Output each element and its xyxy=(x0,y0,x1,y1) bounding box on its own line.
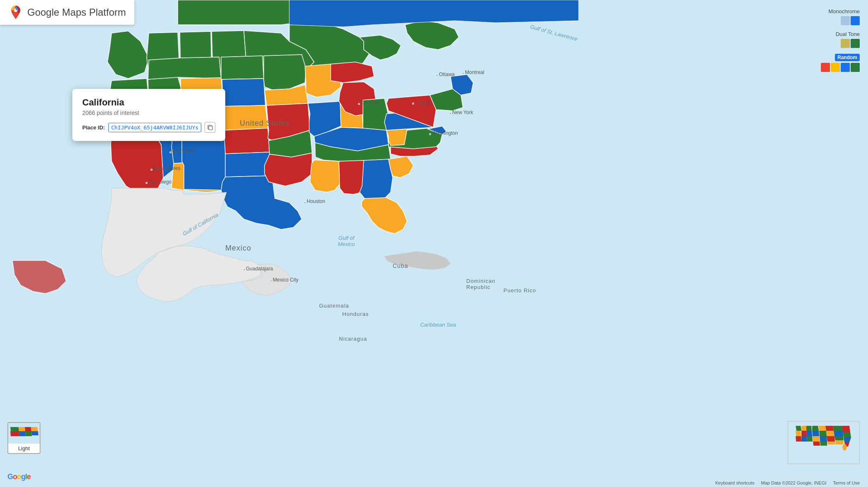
header-title: Google Maps Platform xyxy=(27,7,126,18)
svg-marker-81 xyxy=(826,431,835,436)
logo-letter-g2: g xyxy=(21,473,25,481)
swatch-mono-light xyxy=(841,16,850,25)
copy-place-id-button[interactable] xyxy=(205,122,215,133)
google-logo: Google xyxy=(7,473,31,481)
svg-marker-37 xyxy=(363,98,389,132)
svg-marker-64 xyxy=(801,426,807,431)
svg-marker-97 xyxy=(19,431,26,436)
header: Google Maps Platform xyxy=(0,0,134,25)
svg-marker-40 xyxy=(310,160,340,192)
svg-marker-73 xyxy=(812,431,819,436)
svg-marker-100 xyxy=(31,427,38,431)
svg-marker-87 xyxy=(835,440,844,444)
svg-marker-63 xyxy=(796,426,801,431)
popup-place-id-value[interactable]: ChIJPV4oX_65j4ARVW8IJ6IJUYs xyxy=(108,123,201,132)
svg-marker-22 xyxy=(222,79,265,106)
svg-marker-47 xyxy=(386,129,407,146)
style-preview-light xyxy=(8,423,41,444)
svg-marker-85 xyxy=(834,431,843,436)
svg-marker-82 xyxy=(827,436,835,442)
map-data-attribution: Map Data ©2022 Google, INEGI xyxy=(761,480,826,485)
svg-marker-67 xyxy=(801,431,807,436)
scheme-random[interactable]: Random xyxy=(821,54,860,72)
svg-marker-96 xyxy=(10,431,19,436)
svg-marker-24 xyxy=(224,128,269,154)
svg-marker-76 xyxy=(819,426,826,431)
svg-rect-61 xyxy=(209,126,212,130)
svg-marker-72 xyxy=(812,426,819,431)
city-dot-washington xyxy=(429,133,431,135)
google-maps-logo xyxy=(8,5,23,20)
swatch-random-blue xyxy=(841,63,850,72)
scheme-monochrome-swatches xyxy=(841,16,860,25)
svg-marker-42 xyxy=(360,159,393,202)
city-dot-guadalajara xyxy=(243,269,245,271)
svg-marker-71 xyxy=(807,436,813,442)
svg-marker-65 xyxy=(806,426,812,431)
svg-marker-21 xyxy=(221,56,264,79)
city-dot-newyork xyxy=(449,112,451,115)
svg-marker-23 xyxy=(223,105,268,130)
svg-marker-78 xyxy=(820,436,827,442)
popup-poi-count: 2066 points of interest xyxy=(82,110,215,116)
svg-marker-70 xyxy=(801,436,807,442)
scheme-dualtone[interactable]: Dual Tone xyxy=(821,31,860,48)
color-panel: Monochrome Dual Tone Random xyxy=(821,8,860,72)
svg-marker-69 xyxy=(796,436,801,442)
map-style-selector[interactable]: Light xyxy=(7,422,41,454)
svg-marker-101 xyxy=(31,431,38,435)
popup-place-id-row: Place ID: ChIJPV4oX_65j4ARVW8IJ6IJUYs xyxy=(82,122,215,133)
city-dot-mexicocity xyxy=(270,280,272,282)
style-option-light[interactable]: Light xyxy=(7,422,41,454)
map-svg xyxy=(0,0,868,487)
svg-marker-88 xyxy=(842,426,850,432)
style-label-light: Light xyxy=(8,444,40,453)
svg-marker-99 xyxy=(25,431,32,436)
svg-marker-9 xyxy=(178,0,298,25)
scheme-monochrome[interactable]: Monochrome xyxy=(821,8,860,25)
city-dot-lasvegas xyxy=(169,151,172,153)
logo-letter-o2: o xyxy=(17,473,21,481)
swatch-random-red xyxy=(821,63,830,72)
city-dot-montreal xyxy=(462,72,464,74)
svg-marker-95 xyxy=(19,427,25,431)
scheme-random-badge[interactable]: Random xyxy=(835,54,860,61)
swatch-mono-dark xyxy=(851,16,860,25)
keyboard-shortcuts-link[interactable]: Keyboard shortcuts xyxy=(715,480,755,485)
svg-marker-75 xyxy=(813,442,820,446)
scheme-monochrome-label: Monochrome xyxy=(828,8,860,14)
svg-marker-94 xyxy=(10,427,19,431)
scheme-random-swatches xyxy=(821,63,860,72)
svg-marker-15 xyxy=(148,57,221,79)
svg-marker-89 xyxy=(843,432,851,437)
terms-of-use-link[interactable]: Terms of Use xyxy=(833,480,860,485)
svg-marker-68 xyxy=(806,431,812,436)
city-dot-chicago xyxy=(358,103,360,105)
logo-letter-g1: G xyxy=(7,473,13,481)
swatch-random-green xyxy=(851,63,860,72)
svg-marker-79 xyxy=(820,442,827,446)
svg-marker-27 xyxy=(264,55,306,90)
svg-marker-66 xyxy=(796,431,801,436)
bottom-bar: Keyboard shortcuts Map Data ©2022 Google… xyxy=(715,480,860,485)
svg-marker-74 xyxy=(813,436,820,442)
city-dot-sandiego xyxy=(145,182,148,184)
svg-marker-98 xyxy=(25,427,31,431)
city-dot-toronto xyxy=(412,103,414,105)
city-dot-ottawa xyxy=(436,74,438,76)
popup-region-name: California xyxy=(82,97,215,108)
city-dot-losangeles xyxy=(150,169,153,171)
logo-letter-o1: o xyxy=(13,473,17,481)
svg-marker-83 xyxy=(827,442,835,444)
info-popup: California 2066 points of interest Place… xyxy=(72,89,225,141)
popup-place-id-label: Place ID: xyxy=(82,124,105,131)
map-thumbnail xyxy=(787,421,860,464)
svg-marker-80 xyxy=(825,426,834,431)
scheme-dualtone-label: Dual Tone xyxy=(836,31,860,37)
svg-marker-77 xyxy=(819,431,827,436)
scheme-dualtone-swatches xyxy=(841,39,860,48)
city-dot-houston xyxy=(304,202,306,204)
svg-marker-84 xyxy=(833,426,843,431)
map-container[interactable]: Ottawa Montreal Toronto Chicago New York… xyxy=(0,0,868,487)
swatch-random-yellow xyxy=(831,63,840,72)
